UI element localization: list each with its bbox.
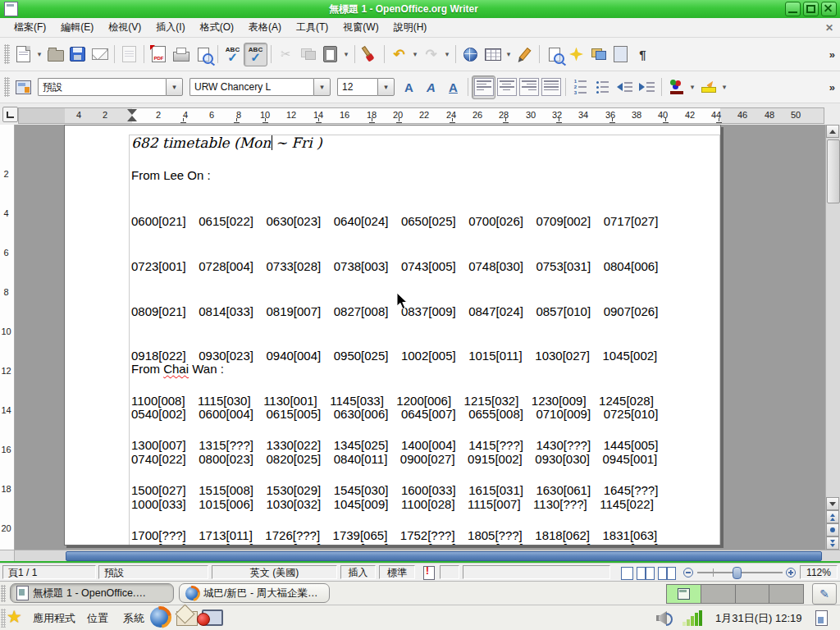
- vertical-ruler[interactable]: 2 4 6 8 10 12 14 16 18 20: [0, 125, 15, 550]
- taskbar-window-browser[interactable]: 城巴/新巴 - 周大福企業…: [179, 583, 330, 603]
- horizontal-scroll-thumb[interactable]: [66, 551, 822, 561]
- network-signal-icon[interactable]: [682, 610, 702, 626]
- notes-tray-icon[interactable]: [815, 610, 828, 626]
- notes-applet-button[interactable]: ✎: [812, 583, 837, 605]
- language-field[interactable]: 英文 (美國): [212, 565, 337, 579]
- mail-launcher-icon[interactable]: [176, 611, 198, 626]
- scroll-up-button[interactable]: [826, 125, 839, 138]
- previous-page-button[interactable]: [826, 510, 839, 523]
- panel-drag-handle[interactable]: [1, 585, 6, 602]
- zoom-level-field[interactable]: 112%: [800, 565, 838, 579]
- redo-button[interactable]: ↷: [420, 43, 442, 66]
- spellcheck-button[interactable]: ABC✓: [221, 43, 244, 66]
- toolbar-drag-handle[interactable]: [4, 44, 10, 64]
- single-page-view-icon[interactable]: [621, 567, 633, 580]
- main-menu-star-icon[interactable]: ★: [7, 607, 22, 627]
- zoom-slider-thumb[interactable]: [733, 567, 742, 579]
- chai-wan-header[interactable]: From Chai Wan :: [131, 362, 224, 376]
- document-page[interactable]: 682 timetable (Mon ~ Fri ) From Lee On :…: [64, 125, 721, 546]
- info-field[interactable]: [463, 565, 610, 579]
- save-button[interactable]: [66, 43, 89, 66]
- bullet-list-button[interactable]: [591, 76, 614, 98]
- menu-table[interactable]: 表格(A): [241, 18, 289, 37]
- panel-drag-handle[interactable]: [1, 609, 6, 628]
- volume-icon[interactable]: [656, 611, 673, 625]
- insert-table-dropdown[interactable]: ▾: [504, 43, 514, 66]
- redo-dropdown[interactable]: ▾: [442, 43, 452, 66]
- edit-file-button[interactable]: [118, 43, 140, 66]
- navigator-button[interactable]: [565, 43, 587, 66]
- open-button[interactable]: [44, 43, 66, 66]
- toolbar-overflow-icon[interactable]: »: [829, 48, 835, 61]
- italic-button[interactable]: A: [420, 76, 442, 98]
- page-style-field[interactable]: 預設: [98, 565, 208, 579]
- font-size-dropdown[interactable]: ▾: [377, 78, 395, 96]
- paste-button[interactable]: [319, 43, 341, 66]
- paste-dropdown[interactable]: ▾: [341, 43, 351, 66]
- font-size-input[interactable]: 12: [337, 78, 377, 96]
- chai-wan-timetable[interactable]: 0540[002] 0600[004] 0615[005] 0630[006] …: [131, 377, 658, 546]
- format-paintbrush-button[interactable]: [358, 43, 381, 66]
- styles-panel-button[interactable]: [12, 76, 34, 98]
- copy-button[interactable]: [297, 43, 319, 66]
- menu-file[interactable]: 檔案(F): [7, 18, 53, 37]
- font-color-dropdown[interactable]: ▾: [687, 76, 697, 98]
- font-name-dropdown[interactable]: ▾: [313, 78, 331, 96]
- export-pdf-button[interactable]: PDF: [148, 43, 170, 66]
- menu-view[interactable]: 檢視(V): [101, 18, 148, 37]
- toolbar-drag-handle[interactable]: [4, 77, 10, 97]
- clock[interactable]: 1月31日(日) 12:19: [715, 611, 802, 626]
- cut-button[interactable]: ✂: [275, 43, 297, 66]
- workspace-2[interactable]: [701, 585, 736, 603]
- align-right-button[interactable]: [518, 76, 540, 98]
- next-page-button[interactable]: [826, 536, 839, 550]
- menu-tools[interactable]: 工具(T): [289, 18, 336, 37]
- find-replace-button[interactable]: [543, 43, 565, 66]
- workspace-3[interactable]: [736, 585, 770, 603]
- menu-insert[interactable]: 插入(I): [148, 18, 192, 37]
- email-button[interactable]: [89, 43, 111, 66]
- menu-window[interactable]: 視窗(W): [336, 18, 386, 37]
- book-view-icon[interactable]: [658, 567, 676, 580]
- numbered-list-button[interactable]: 123: [569, 76, 591, 98]
- paragraph-style-dropdown[interactable]: ▾: [166, 78, 183, 96]
- new-document-dropdown[interactable]: ▾: [34, 43, 44, 66]
- selection-mode-field[interactable]: 標準: [379, 565, 415, 579]
- indent-marker-icon[interactable]: [127, 109, 137, 122]
- justify-button[interactable]: [540, 76, 562, 98]
- font-name-input[interactable]: URW Chancery L: [189, 78, 313, 96]
- undo-dropdown[interactable]: ▾: [410, 43, 420, 66]
- navigation-dot-button[interactable]: [826, 523, 839, 536]
- workspace-4[interactable]: [769, 585, 803, 603]
- font-color-button[interactable]: [665, 76, 687, 98]
- menu-format[interactable]: 格式(O): [193, 18, 241, 37]
- paragraph-style-input[interactable]: 預設: [38, 78, 166, 96]
- maximize-button[interactable]: [803, 2, 819, 16]
- applications-menu[interactable]: 應用程式: [33, 611, 75, 626]
- places-menu[interactable]: 位置: [87, 611, 108, 626]
- document-close-icon[interactable]: ✕: [825, 22, 833, 34]
- hyperlink-button[interactable]: [459, 43, 482, 66]
- page-preview-button[interactable]: [192, 43, 214, 66]
- nonprinting-characters-button[interactable]: ¶: [632, 43, 654, 66]
- highlighting-button[interactable]: [697, 76, 719, 98]
- new-document-button[interactable]: [12, 43, 34, 66]
- menu-help[interactable]: 說明(H): [386, 18, 435, 37]
- bold-button[interactable]: A: [398, 76, 420, 98]
- underline-button[interactable]: A: [442, 76, 464, 98]
- workspace-1[interactable]: [667, 585, 701, 603]
- remote-desktop-launcher-icon[interactable]: [202, 609, 223, 626]
- tab-type-selector[interactable]: [2, 107, 18, 122]
- insert-mode-field[interactable]: 插入: [340, 565, 376, 579]
- page-number-field[interactable]: 頁1 / 1: [2, 565, 96, 579]
- vertical-scroll-thumb[interactable]: [827, 139, 840, 203]
- auto-spellcheck-button[interactable]: ABC✓: [244, 43, 267, 66]
- taskbar-window-writer[interactable]: 無標題 1 - OpenOffice.…: [10, 583, 174, 603]
- undo-button[interactable]: ↶: [388, 43, 410, 66]
- highlighting-dropdown[interactable]: ▾: [719, 76, 729, 98]
- align-left-button[interactable]: [472, 75, 495, 99]
- system-menu[interactable]: 系統: [123, 611, 144, 626]
- draw-functions-button[interactable]: [514, 43, 536, 66]
- data-sources-button[interactable]: [609, 43, 632, 66]
- document-title-line[interactable]: 682 timetable (Mon ~ Fri ): [131, 135, 322, 151]
